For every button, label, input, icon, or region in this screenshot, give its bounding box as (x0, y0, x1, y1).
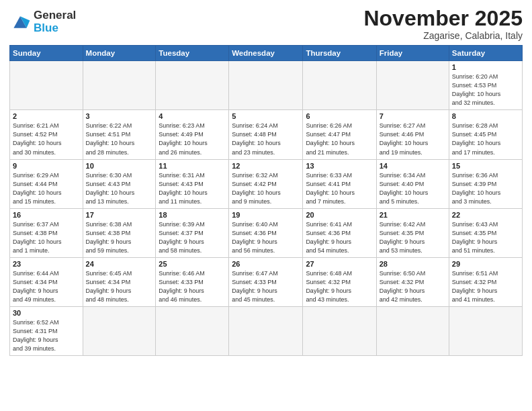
calendar-body: 1Sunrise: 6:20 AM Sunset: 4:53 PM Daylig… (10, 61, 523, 356)
title-block: November 2025 Zagarise, Calabria, Italy (363, 7, 523, 41)
day-number: 25 (159, 260, 226, 268)
day-info: Sunrise: 6:31 AM Sunset: 4:43 PM Dayligh… (159, 171, 226, 206)
calendar-cell (449, 307, 522, 356)
col-monday: Monday (83, 46, 156, 61)
col-tuesday: Tuesday (156, 46, 229, 61)
calendar-cell: 15Sunrise: 6:36 AM Sunset: 4:39 PM Dayli… (449, 159, 522, 208)
day-number: 2 (13, 112, 80, 120)
day-info: Sunrise: 6:26 AM Sunset: 4:47 PM Dayligh… (306, 122, 373, 156)
calendar-cell: 3Sunrise: 6:22 AM Sunset: 4:51 PM Daylig… (83, 110, 156, 159)
calendar-cell: 27Sunrise: 6:48 AM Sunset: 4:32 PM Dayli… (303, 257, 376, 306)
day-info: Sunrise: 6:38 AM Sunset: 4:38 PM Dayligh… (86, 220, 153, 255)
day-number: 20 (306, 211, 373, 219)
calendar-table: Sunday Monday Tuesday Wednesday Thursday… (9, 45, 523, 356)
col-wednesday: Wednesday (229, 46, 303, 61)
day-number: 26 (232, 260, 300, 268)
calendar-cell: 19Sunrise: 6:40 AM Sunset: 4:36 PM Dayli… (229, 208, 303, 257)
day-number: 19 (232, 211, 300, 219)
day-number: 5 (232, 112, 300, 120)
day-info: Sunrise: 6:50 AM Sunset: 4:32 PM Dayligh… (380, 269, 446, 304)
calendar-cell: 6Sunrise: 6:26 AM Sunset: 4:47 PM Daylig… (303, 110, 376, 159)
calendar-header: Sunday Monday Tuesday Wednesday Thursday… (10, 46, 523, 61)
calendar-cell (83, 307, 156, 356)
col-sunday: Sunday (10, 46, 83, 61)
day-info: Sunrise: 6:20 AM Sunset: 4:53 PM Dayligh… (452, 73, 519, 107)
day-number: 15 (452, 162, 519, 170)
day-info: Sunrise: 6:44 AM Sunset: 4:34 PM Dayligh… (13, 269, 80, 304)
day-info: Sunrise: 6:21 AM Sunset: 4:52 PM Dayligh… (13, 122, 80, 156)
calendar-cell (376, 307, 449, 356)
calendar-week-3: 16Sunrise: 6:37 AM Sunset: 4:38 PM Dayli… (10, 208, 523, 257)
day-number: 12 (232, 162, 300, 170)
calendar-cell (376, 61, 449, 110)
day-info: Sunrise: 6:23 AM Sunset: 4:49 PM Dayligh… (159, 122, 226, 156)
calendar-week-5: 30Sunrise: 6:52 AM Sunset: 4:31 PM Dayli… (10, 307, 523, 356)
calendar-cell: 7Sunrise: 6:27 AM Sunset: 4:46 PM Daylig… (376, 110, 449, 159)
day-number: 11 (159, 162, 226, 170)
calendar-cell: 24Sunrise: 6:45 AM Sunset: 4:34 PM Dayli… (83, 257, 156, 306)
calendar-cell: 10Sunrise: 6:30 AM Sunset: 4:43 PM Dayli… (83, 159, 156, 208)
day-number: 24 (86, 260, 153, 268)
day-number: 18 (159, 211, 226, 219)
calendar-cell: 17Sunrise: 6:38 AM Sunset: 4:38 PM Dayli… (83, 208, 156, 257)
day-info: Sunrise: 6:42 AM Sunset: 4:35 PM Dayligh… (380, 220, 446, 255)
day-number: 9 (13, 162, 80, 170)
calendar-cell: 30Sunrise: 6:52 AM Sunset: 4:31 PM Dayli… (10, 307, 83, 356)
day-number: 8 (452, 112, 519, 120)
day-info: Sunrise: 6:45 AM Sunset: 4:34 PM Dayligh… (86, 269, 153, 304)
day-number: 6 (306, 112, 373, 120)
calendar-week-1: 2Sunrise: 6:21 AM Sunset: 4:52 PM Daylig… (10, 110, 523, 159)
day-number: 23 (13, 260, 80, 268)
calendar-cell: 16Sunrise: 6:37 AM Sunset: 4:38 PM Dayli… (10, 208, 83, 257)
calendar-cell (83, 61, 156, 110)
day-info: Sunrise: 6:22 AM Sunset: 4:51 PM Dayligh… (86, 122, 153, 156)
logo-general: General (34, 9, 76, 21)
day-number: 10 (86, 162, 153, 170)
day-number: 4 (159, 112, 226, 120)
calendar-cell: 9Sunrise: 6:29 AM Sunset: 4:44 PM Daylig… (10, 159, 83, 208)
day-number: 1 (452, 63, 519, 71)
calendar-cell: 4Sunrise: 6:23 AM Sunset: 4:49 PM Daylig… (156, 110, 229, 159)
day-number: 3 (86, 112, 153, 120)
day-info: Sunrise: 6:32 AM Sunset: 4:42 PM Dayligh… (232, 171, 300, 206)
day-number: 13 (306, 162, 373, 170)
calendar-cell: 14Sunrise: 6:34 AM Sunset: 4:40 PM Dayli… (376, 159, 449, 208)
logo-blue: Blue (34, 21, 58, 34)
col-friday: Friday (376, 46, 449, 61)
header: General Blue November 2025 Zagarise, Cal… (9, 7, 523, 41)
calendar-cell: 12Sunrise: 6:32 AM Sunset: 4:42 PM Dayli… (229, 159, 303, 208)
subtitle: Zagarise, Calabria, Italy (363, 30, 523, 41)
calendar-week-0: 1Sunrise: 6:20 AM Sunset: 4:53 PM Daylig… (10, 61, 523, 110)
calendar-cell: 18Sunrise: 6:39 AM Sunset: 4:37 PM Dayli… (156, 208, 229, 257)
day-number: 16 (13, 211, 80, 219)
day-number: 30 (13, 309, 80, 317)
day-number: 22 (452, 211, 519, 219)
day-info: Sunrise: 6:28 AM Sunset: 4:45 PM Dayligh… (452, 122, 519, 156)
calendar-cell (156, 307, 229, 356)
day-number: 14 (380, 162, 446, 170)
day-info: Sunrise: 6:46 AM Sunset: 4:33 PM Dayligh… (159, 269, 226, 304)
day-info: Sunrise: 6:41 AM Sunset: 4:36 PM Dayligh… (306, 220, 373, 255)
calendar-week-2: 9Sunrise: 6:29 AM Sunset: 4:44 PM Daylig… (10, 159, 523, 208)
day-info: Sunrise: 6:39 AM Sunset: 4:37 PM Dayligh… (159, 220, 226, 255)
day-info: Sunrise: 6:40 AM Sunset: 4:36 PM Dayligh… (232, 220, 300, 255)
calendar-cell (303, 61, 376, 110)
col-saturday: Saturday (449, 46, 522, 61)
logo: General Blue (9, 9, 76, 34)
day-info: Sunrise: 6:43 AM Sunset: 4:35 PM Dayligh… (452, 220, 519, 255)
calendar-cell: 1Sunrise: 6:20 AM Sunset: 4:53 PM Daylig… (449, 61, 522, 110)
day-number: 29 (452, 260, 519, 268)
calendar-cell: 11Sunrise: 6:31 AM Sunset: 4:43 PM Dayli… (156, 159, 229, 208)
calendar-cell: 22Sunrise: 6:43 AM Sunset: 4:35 PM Dayli… (449, 208, 522, 257)
logo-icon (9, 13, 31, 32)
calendar-cell: 8Sunrise: 6:28 AM Sunset: 4:45 PM Daylig… (449, 110, 522, 159)
col-thursday: Thursday (303, 46, 376, 61)
day-number: 7 (380, 112, 446, 120)
calendar-cell (303, 307, 376, 356)
calendar-cell: 5Sunrise: 6:24 AM Sunset: 4:48 PM Daylig… (229, 110, 303, 159)
page: General Blue November 2025 Zagarise, Cal… (0, 0, 532, 411)
calendar-cell (229, 61, 303, 110)
day-info: Sunrise: 6:27 AM Sunset: 4:46 PM Dayligh… (380, 122, 446, 156)
calendar-cell: 2Sunrise: 6:21 AM Sunset: 4:52 PM Daylig… (10, 110, 83, 159)
calendar-cell: 20Sunrise: 6:41 AM Sunset: 4:36 PM Dayli… (303, 208, 376, 257)
